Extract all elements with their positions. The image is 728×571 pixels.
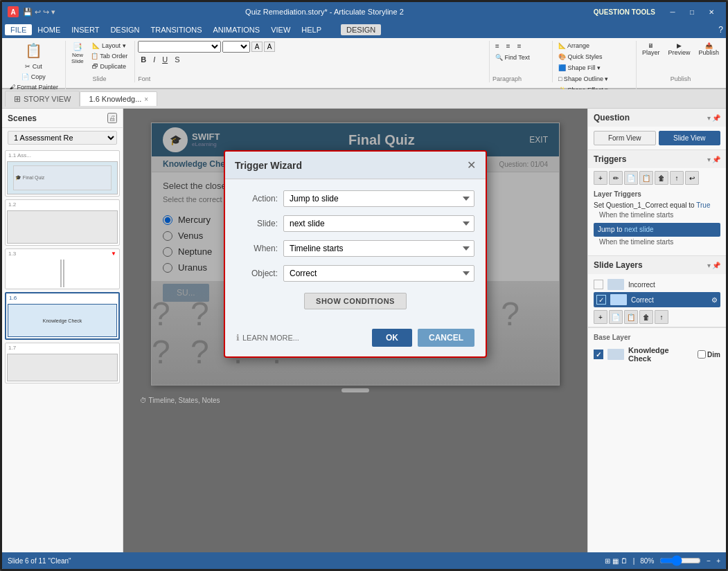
menu-home[interactable]: HOME [32, 24, 66, 35]
horizontal-scrollbar-thumb[interactable] [341, 388, 369, 392]
quick-access[interactable]: 💾 ↩ ↪ ▾ [23, 8, 55, 17]
trigger-add-button[interactable]: + [594, 171, 607, 185]
triggers-pin[interactable]: 📌 [712, 156, 720, 163]
panel-pin-button[interactable]: 📌 [712, 114, 720, 122]
tab-order-button[interactable]: 📋 Tab Order [88, 51, 130, 61]
copy-button[interactable]: 📄 Copy [6, 72, 61, 82]
trigger-paste-button[interactable]: 📋 [639, 171, 653, 185]
layers-expand[interactable]: ▾ [707, 262, 711, 269]
title-bar: A 💾 ↩ ↪ ▾ Quiz Remediation.story* - Arti… [2, 2, 726, 21]
show-conditions-button[interactable]: SHOW CONDITIONS [304, 293, 407, 309]
scenes-select[interactable]: 1 Assessment Re [8, 131, 117, 145]
layer-paste-button[interactable]: 📋 [624, 310, 638, 324]
layer-copy-button[interactable]: 📄 [609, 310, 623, 324]
help-icon[interactable]: ? [718, 25, 723, 35]
trigger2-link[interactable]: next slide [624, 226, 653, 233]
scenes-dropdown[interactable]: 1 Assessment Re [8, 131, 117, 145]
wizard-object-select[interactable]: Correct [283, 265, 474, 282]
paste-button[interactable]: 📋 [22, 41, 45, 60]
panel-expand-button[interactable]: ▾ [707, 114, 711, 122]
dim-checkbox[interactable] [698, 350, 706, 359]
maximize-button[interactable]: □ [683, 6, 701, 18]
menu-insert[interactable]: INSERT [66, 24, 105, 35]
menu-design[interactable]: DESIGN [105, 24, 145, 35]
zoom-plus-icon[interactable]: + [716, 557, 720, 565]
player-button[interactable]: 🖥Player [639, 41, 663, 57]
wizard-slide-select[interactable]: next slide [283, 215, 474, 232]
menu-design-active[interactable]: DESIGN [341, 24, 381, 35]
trigger-wrap-button[interactable]: ↩ [685, 171, 699, 185]
status-right: ⊞ ▦ 🗒 | 80% − + [605, 555, 720, 566]
menu-help[interactable]: HELP [296, 24, 327, 35]
base-layer-checkbox[interactable]: ✓ [594, 350, 603, 359]
wizard-cancel-button[interactable]: CANCEL [418, 329, 474, 347]
scene-slide-2[interactable]: 1.2 [5, 199, 120, 246]
layer-checkbox-incorrect[interactable] [594, 280, 603, 289]
close-button[interactable]: ✕ [702, 6, 720, 18]
wizard-ok-button[interactable]: OK [372, 329, 412, 347]
scenes-print-button[interactable]: 🖨 [107, 113, 117, 123]
arrange-button[interactable]: 📐 Arrange [556, 41, 592, 51]
wizard-when-select[interactable]: Timeline starts [283, 240, 474, 257]
scene-slide-3[interactable]: 1.3▼ [5, 248, 120, 289]
publish-button[interactable]: 📤Publish [695, 41, 722, 57]
menu-file[interactable]: FILE [5, 24, 32, 35]
trigger-up-button[interactable]: ↑ [670, 171, 684, 185]
new-slide-button[interactable]: 📑NewSlide [69, 41, 87, 71]
triggers-expand[interactable]: ▾ [707, 156, 711, 163]
wizard-action-label: Action: [236, 194, 278, 203]
font-family-select[interactable] [138, 41, 221, 53]
base-layer-item[interactable]: ✓ Knowledge Check Dim [594, 344, 720, 365]
quick-styles-button[interactable]: 🎨 Quick Styles [556, 52, 605, 62]
preview-button[interactable]: ▶Preview [665, 41, 693, 57]
dim-checkbox-area[interactable]: Dim [698, 350, 720, 359]
duplicate-button[interactable]: 🗗 Duplicate [88, 62, 130, 71]
trigger1-link[interactable]: True [696, 201, 710, 209]
trigger-delete-button[interactable]: 🗑 [655, 171, 668, 185]
layers-pin[interactable]: 📌 [712, 262, 720, 269]
minimize-button[interactable]: ─ [664, 6, 682, 18]
window-controls[interactable]: ─ □ ✕ [664, 6, 720, 18]
trigger-edit-button[interactable]: ✏ [609, 171, 623, 185]
menu-transitions[interactable]: TRANSITIONS [145, 24, 208, 35]
zoom-minus-icon[interactable]: − [707, 557, 711, 565]
menu-view[interactable]: VIEW [265, 24, 296, 35]
scene-slide-1[interactable]: 1.1 Ass... 🎓 Final Quiz [5, 150, 120, 197]
layer-item-correct[interactable]: ✓ Correct ⚙ [594, 292, 720, 307]
cut-button[interactable]: ✂ Cut [6, 62, 61, 71]
slide-view-button[interactable]: Slide View [659, 131, 721, 145]
wizard-close-button[interactable]: ✕ [467, 158, 476, 172]
scene-slide-4[interactable]: 1.6 Knowledge Check [5, 292, 120, 340]
shape-fill-button[interactable]: 🟦 Shape Fill ▾ [556, 63, 603, 73]
bold-button[interactable]: B [138, 54, 149, 65]
layer-settings-correct-button[interactable]: ⚙ [711, 296, 718, 304]
wizard-action-select[interactable]: Jump to slide [283, 190, 474, 207]
layer-add-button[interactable]: + [594, 310, 607, 324]
font-size-select[interactable] [222, 41, 250, 53]
layout-button[interactable]: 📐 Layout ▾ [88, 41, 130, 51]
learn-more-link[interactable]: ℹ LEARN MORE... [236, 333, 366, 343]
align-text-button[interactable]: ≡ [492, 41, 502, 51]
font-size-decrease-button[interactable]: A [264, 42, 275, 52]
layer-checkbox-correct[interactable]: ✓ [596, 295, 606, 305]
view-icons[interactable]: ⊞ ▦ 🗒 [605, 557, 628, 565]
font-size-increase-button[interactable]: A [251, 42, 263, 52]
slide-tab-close[interactable]: × [144, 96, 148, 103]
form-view-button[interactable]: Form View [594, 131, 656, 145]
zoom-slider[interactable] [659, 555, 701, 566]
align-text-3-button[interactable]: ≡ [515, 41, 524, 51]
strikethrough-button[interactable]: S [172, 54, 182, 65]
layer-item-incorrect[interactable]: Incorrect [594, 277, 720, 292]
menu-animations[interactable]: ANIMATIONS [208, 24, 266, 35]
layer-up-button[interactable]: ↑ [655, 310, 668, 324]
slide-tab[interactable]: 1.6 Knowledg... × [80, 91, 157, 106]
layer-delete-button[interactable]: 🗑 [639, 310, 653, 324]
story-view-tab[interactable]: ⊞ STORY VIEW [5, 91, 80, 107]
scene-slide-5[interactable]: 1.7 [5, 343, 120, 383]
underline-button[interactable]: U [159, 54, 170, 65]
italic-button[interactable]: I [150, 54, 158, 65]
shape-outline-button[interactable]: □ Shape Outline ▾ [556, 74, 611, 84]
trigger-copy-button[interactable]: 📄 [624, 171, 638, 185]
align-text-2-button[interactable]: ≡ [504, 41, 513, 51]
find-text-button[interactable]: 🔍 Find Text [492, 53, 533, 62]
